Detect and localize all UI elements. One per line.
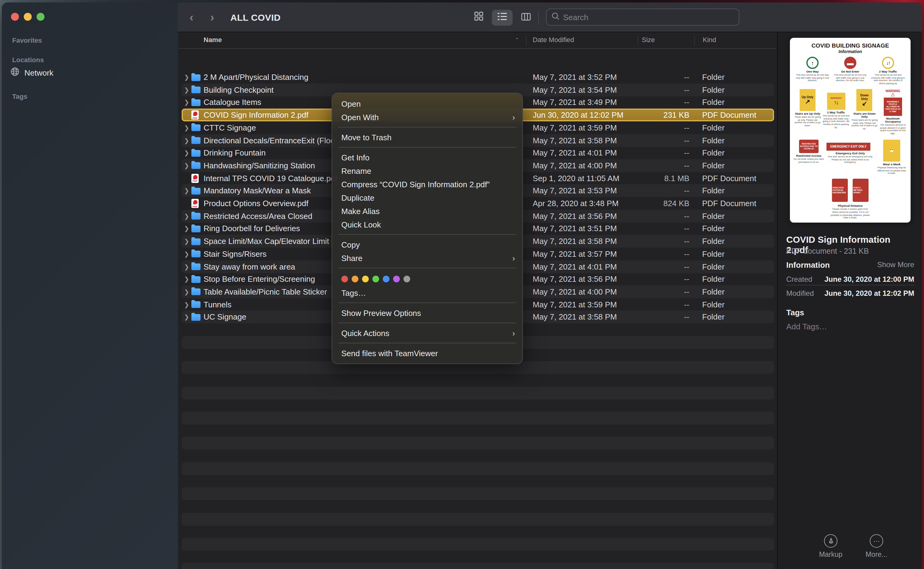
sidebar-item-network[interactable]: Network: [11, 67, 53, 78]
column-header-kind[interactable]: Kind: [703, 36, 716, 43]
menu-item[interactable]: Open With›: [332, 110, 522, 124]
finder-window: Favorites Locations Network Tags ‹ › ALL…: [2, 2, 922, 569]
tag-color-dot[interactable]: [404, 275, 410, 282]
submenu-chevron-icon: ›: [512, 113, 515, 122]
show-more-link[interactable]: Show More: [877, 260, 914, 269]
disclosure-chevron-icon[interactable]: ❯: [184, 146, 190, 159]
disclosure-chevron-icon[interactable]: ❯: [184, 134, 190, 147]
disclosure-chevron-icon[interactable]: ❯: [184, 311, 190, 324]
folder-icon: [191, 184, 201, 197]
tag-color-dot[interactable]: [372, 275, 379, 282]
menu-item[interactable]: Quick Actions›: [332, 326, 522, 340]
stairs-icon: ↙: [862, 100, 867, 107]
tag-color-dot[interactable]: [383, 275, 390, 282]
search-placeholder: Search: [563, 12, 588, 22]
file-kind: Folder: [702, 311, 772, 324]
menu-item[interactable]: Make Alias: [332, 204, 522, 218]
menu-item[interactable]: Duplicate: [332, 191, 522, 204]
modified-label: Modified: [786, 289, 814, 298]
disclosure-chevron-icon[interactable]: ❯: [184, 222, 190, 235]
minimize-window-button[interactable]: [24, 13, 32, 21]
forward-button[interactable]: ›: [210, 2, 214, 32]
toolbar-divider: [538, 11, 539, 24]
menu-tag-colors: [332, 271, 522, 286]
disclosure-chevron-icon[interactable]: ❯: [184, 184, 190, 197]
disclosure-chevron-icon[interactable]: ❯: [184, 71, 190, 84]
sign-description: This door serves as an exit only with tr…: [833, 74, 868, 82]
disclosure-chevron-icon[interactable]: ❯: [184, 210, 190, 222]
sign-description: This door serves as an one way only with…: [795, 74, 830, 82]
back-button[interactable]: ‹: [190, 2, 194, 32]
file-kind: Folder: [702, 134, 772, 147]
file-size: --: [602, 146, 689, 159]
close-window-button[interactable]: [11, 13, 19, 21]
folder-icon: [191, 311, 201, 324]
column-header-name[interactable]: Name: [203, 36, 222, 43]
menu-item[interactable]: Quick Look: [332, 218, 522, 231]
menu-item[interactable]: Move to Trash: [332, 131, 522, 144]
markup-button[interactable]: Markup: [809, 534, 852, 558]
column-header-date[interactable]: Date Modified: [533, 36, 574, 43]
column-divider[interactable]: [694, 35, 695, 46]
menu-item-label: Compress “COVID Sign Information 2.pdf”: [341, 180, 490, 189]
menu-item[interactable]: Copy: [332, 238, 522, 251]
menu-item[interactable]: Tags…: [332, 286, 522, 300]
empty-row: [182, 412, 774, 424]
add-tags-field[interactable]: Add Tags…: [786, 322, 827, 331]
column-header-size[interactable]: Size: [642, 36, 655, 43]
disclosure-chevron-icon[interactable]: ❯: [184, 260, 190, 273]
tag-color-dot[interactable]: [393, 275, 400, 282]
folder-icon: [191, 210, 201, 222]
column-view-button[interactable]: [516, 2, 536, 32]
disclosure-chevron-icon[interactable]: ❯: [184, 272, 190, 285]
menu-separator: [338, 127, 516, 128]
menu-item-label: Tags…: [341, 288, 366, 297]
file-size: --: [602, 311, 689, 324]
menu-item-label: Quick Actions: [341, 329, 390, 338]
sign-description: These stairs are for going down only. Pl…: [851, 119, 878, 131]
thumbnail-sign: Down Only↙Stairs are Down OnlyThese stai…: [851, 89, 878, 135]
more-button[interactable]: ⋯ More...: [855, 534, 898, 558]
disclosure-chevron-icon[interactable]: ❯: [184, 159, 190, 172]
sort-ascending-icon: ⌃: [515, 37, 519, 43]
sign-card: EMERGENCY EXIT ONLY: [827, 143, 870, 151]
menu-item[interactable]: Open: [332, 97, 522, 110]
search-field[interactable]: Search: [546, 9, 739, 26]
warning-triangle-icon: ⚠: [879, 93, 907, 97]
icon-view-button[interactable]: [468, 2, 489, 32]
file-kind: Folder: [702, 96, 772, 109]
file-size: --: [602, 96, 689, 109]
empty-row: [182, 386, 774, 399]
file-kind: Folder: [702, 159, 772, 172]
pdf-preview-thumbnail[interactable]: COVID BUILDING SIGNAGE Information ↑One …: [790, 38, 910, 223]
list-view-button[interactable]: [492, 2, 513, 32]
disclosure-chevron-icon[interactable]: ❯: [184, 298, 190, 311]
column-divider[interactable]: [637, 35, 638, 46]
sign-card: Up Only↗: [800, 89, 816, 111]
menu-item[interactable]: Compress “COVID Sign Information 2.pdf”: [332, 178, 522, 191]
sidebar-item-label: Network: [24, 68, 53, 77]
menu-item[interactable]: Get Info: [332, 151, 522, 164]
sign-description: This serves as an exit and entrance with…: [870, 74, 906, 85]
menu-item[interactable]: Send files with TeamViewer: [332, 346, 522, 360]
file-row[interactable]: ❯2 M Apart/Physical DistancingMay 7, 202…: [182, 71, 774, 84]
disclosure-chevron-icon[interactable]: ❯: [184, 248, 190, 260]
tag-color-dot[interactable]: [352, 275, 358, 282]
disclosure-chevron-icon[interactable]: ❯: [184, 235, 190, 248]
tag-color-dot[interactable]: [341, 275, 348, 282]
zoom-window-button[interactable]: [36, 13, 44, 21]
disclosure-chevron-icon[interactable]: ❯: [184, 285, 190, 298]
disclosure-chevron-icon[interactable]: ❯: [184, 121, 190, 134]
created-value: June 30, 2020 at 12:00 PM: [824, 275, 914, 284]
disclosure-chevron-icon[interactable]: ❯: [184, 96, 190, 109]
empty-row: [182, 551, 774, 563]
disclosure-chevron-icon[interactable]: ❯: [184, 83, 190, 96]
empty-row: [182, 424, 774, 437]
empty-row: [182, 563, 774, 569]
sign-label: Restricted Access: [794, 154, 824, 157]
menu-item[interactable]: Share›: [332, 251, 522, 265]
menu-item[interactable]: Rename: [332, 164, 522, 178]
tag-color-dot[interactable]: [362, 275, 369, 282]
menu-item[interactable]: Show Preview Options: [332, 306, 522, 319]
column-divider[interactable]: [526, 35, 526, 46]
